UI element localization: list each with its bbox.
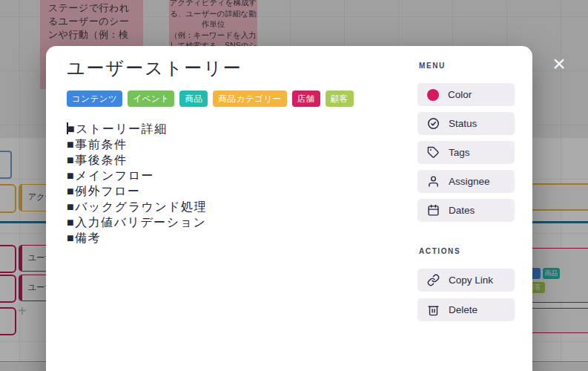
board-card-partial	[0, 245, 16, 273]
body-line: ■ストーリー詳細	[67, 121, 393, 137]
tag-chip[interactable]: イベント	[128, 91, 174, 107]
color-button[interactable]: Color	[417, 83, 515, 106]
board-card-edge	[528, 209, 588, 211]
status-check-icon	[427, 117, 440, 130]
board-card-partial	[0, 184, 16, 213]
body-line: ■入力値バリデーション	[67, 214, 393, 230]
tag-chip[interactable]: 店舗	[292, 91, 320, 107]
body-line: ■備考	[67, 230, 393, 246]
tag-chip[interactable]: 商品カテゴリー	[213, 91, 286, 107]
board-card-partial	[528, 185, 588, 209]
menu-heading: MENU	[419, 62, 446, 70]
board-card-edge	[528, 248, 588, 249]
board-card-edge	[528, 332, 588, 333]
tag-chip[interactable]: 顧客	[326, 91, 354, 107]
app-canvas: ステージで行われ るユーザーのシー ンや行動（例：検 アクティビティを構成す る…	[0, 0, 588, 371]
modal-title: ユーザーストーリー	[67, 56, 532, 80]
tag-chip[interactable]: コンテンツ	[67, 91, 122, 107]
body-line: ■例外フロー	[67, 183, 393, 199]
trash-icon	[427, 303, 440, 316]
board-card-edge	[528, 302, 588, 303]
board-shape-blue	[0, 151, 12, 179]
card-detail-modal: ユーザーストーリー コンテンツ イベント 商品 商品カテゴリー 店舗 顧客 ■ス…	[46, 46, 532, 371]
actions-heading: ACTIONS	[419, 247, 460, 255]
calendar-icon	[427, 204, 440, 217]
tag-row: コンテンツ イベント 商品 商品カテゴリー 店舗 顧客	[67, 91, 423, 107]
tags-button[interactable]: Tags	[417, 141, 515, 164]
body-line: ■バックグラウンド処理	[67, 199, 393, 214]
copy-link-button[interactable]: Copy Link	[417, 269, 515, 292]
tag-icon	[427, 146, 440, 159]
body-line: ■事後条件	[67, 152, 393, 168]
status-button[interactable]: Status	[417, 112, 515, 135]
board-card-partial	[0, 307, 16, 335]
board-card-edge	[528, 183, 588, 185]
board-card-partial	[528, 309, 588, 332]
tag-chip[interactable]: 商品	[179, 91, 208, 107]
card-body-text[interactable]: ■ストーリー詳細 ■事前条件 ■事後条件 ■メインフロー ■例外フロー ■バック…	[67, 121, 393, 246]
delete-button[interactable]: Delete	[417, 298, 515, 321]
dates-button[interactable]: Dates	[417, 199, 515, 222]
board-tag-chip: 商品	[543, 268, 560, 279]
link-icon	[427, 274, 440, 286]
close-icon[interactable]: ×	[547, 52, 571, 76]
board-card-edge	[528, 308, 588, 309]
body-line: ■事前条件	[67, 137, 393, 152]
board-card-partial	[0, 275, 16, 303]
body-line: ■メインフロー	[67, 168, 393, 183]
color-circle-icon	[427, 89, 439, 101]
add-card-plus: +	[18, 303, 27, 320]
assignee-button[interactable]: Assignee	[417, 170, 515, 193]
person-icon	[427, 175, 440, 188]
